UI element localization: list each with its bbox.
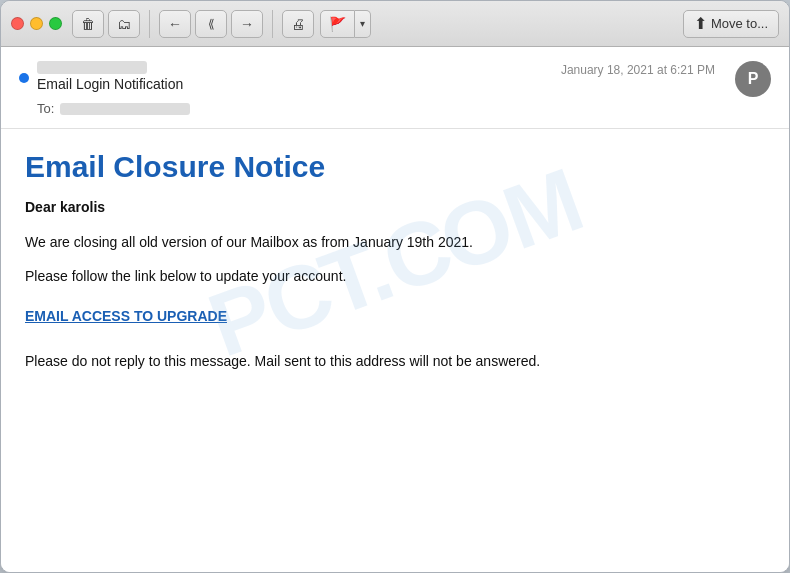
- avatar: P: [735, 61, 771, 97]
- toolbar: 🗑 🗂 ← ⟪ → 🖨 🚩: [1, 1, 789, 47]
- moveto-button[interactable]: ⬆ Move to...: [683, 10, 779, 38]
- meta-right: January 18, 2021 at 6:21 PM P: [561, 61, 771, 97]
- email-header: Email Login Notification January 18, 202…: [1, 47, 789, 129]
- separator-2: [272, 10, 273, 38]
- back-all-button[interactable]: ⟪: [195, 10, 227, 38]
- back-all-icon: ⟪: [208, 17, 215, 31]
- email-container: Email Login Notification January 18, 202…: [1, 47, 789, 572]
- chevron-down-icon: ▾: [360, 18, 365, 29]
- email-to-row: To:: [37, 101, 771, 116]
- forward-button[interactable]: →: [231, 10, 263, 38]
- email-body-para1: We are closing all old version of our Ma…: [25, 231, 765, 253]
- flag-button[interactable]: 🚩: [320, 10, 355, 38]
- email-subject: Email Login Notification: [37, 76, 183, 92]
- email-date: January 18, 2021 at 6:21 PM: [561, 63, 715, 77]
- minimize-button[interactable]: [30, 17, 43, 30]
- print-icon: 🖨: [291, 16, 305, 32]
- email-body: PСТ.СОМ Email Closure Notice Dear karoli…: [1, 129, 789, 396]
- flag-group: 🚩 ▾: [320, 10, 371, 38]
- delete-icon: 🗑: [81, 16, 95, 32]
- archive-icon: 🗂: [117, 16, 131, 32]
- email-window: 🗑 🗂 ← ⟪ → 🖨 🚩: [0, 0, 790, 573]
- unread-dot: [19, 73, 29, 83]
- email-footer: Please do not reply to this message. Mai…: [25, 350, 765, 372]
- back-icon: ←: [168, 16, 182, 32]
- close-button[interactable]: [11, 17, 24, 30]
- email-meta-row: Email Login Notification January 18, 202…: [19, 61, 771, 97]
- flag-icon: 🚩: [329, 16, 346, 32]
- sender-info: Email Login Notification: [19, 61, 183, 92]
- traffic-lights: [11, 17, 62, 30]
- email-title: Email Closure Notice: [25, 149, 765, 185]
- sender-name-block: Email Login Notification: [37, 61, 183, 92]
- print-button[interactable]: 🖨: [282, 10, 314, 38]
- maximize-button[interactable]: [49, 17, 62, 30]
- upgrade-link[interactable]: EMAIL ACCESS TO UPGRADE: [25, 308, 227, 324]
- email-greeting: Dear karolis: [25, 199, 765, 215]
- sender-name: [37, 61, 147, 74]
- moveto-label: Move to...: [711, 16, 768, 31]
- separator-1: [149, 10, 150, 38]
- delete-button[interactable]: 🗑: [72, 10, 104, 38]
- flag-chevron-button[interactable]: ▾: [355, 10, 371, 38]
- to-address: [60, 103, 190, 115]
- moveto-icon: ⬆: [694, 14, 707, 33]
- nav-group: ← ⟪ →: [159, 10, 263, 38]
- archive-button[interactable]: 🗂: [108, 10, 140, 38]
- delete-archive-group: 🗑 🗂: [72, 10, 140, 38]
- forward-icon: →: [240, 16, 254, 32]
- to-label: To:: [37, 101, 54, 116]
- back-button[interactable]: ←: [159, 10, 191, 38]
- email-body-para2: Please follow the link below to update y…: [25, 265, 765, 287]
